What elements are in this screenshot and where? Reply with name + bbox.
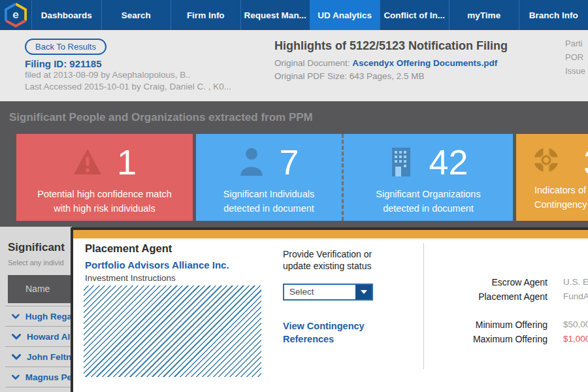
modal-title: Placement Agent xyxy=(85,242,172,255)
detail-escrow-agent: Escrow Agent U.S. E xyxy=(439,277,588,287)
building-icon xyxy=(388,147,414,177)
detail-placement-agent: Placement Agent FundA xyxy=(439,291,588,302)
tab-firm-info[interactable]: Firm Info xyxy=(171,0,240,30)
high-risk-card[interactable]: 1 Potential high confidence match with h… xyxy=(16,134,193,221)
original-document-link[interactable]: Ascendyx Offering Documents.pdf xyxy=(352,58,497,68)
app-root: e Dashboards Search Firm Info Request Ma… xyxy=(0,0,588,392)
list-item-hugh[interactable]: Hugh Rega xyxy=(5,306,72,327)
summary-title: Significant People and Organizations ext… xyxy=(9,111,313,124)
header-right-truncated: Parti POR Issue xyxy=(565,37,585,78)
organizations-card[interactable]: 42 Significant Organizations detected in… xyxy=(342,134,513,221)
name-column-header: Name xyxy=(8,275,72,303)
header-right-line2: POR xyxy=(565,50,585,64)
tab-branch-info[interactable]: Branch Info xyxy=(519,0,588,30)
modal-accent-bar xyxy=(73,230,588,238)
last-accessed-line: Last Accessed 2015-10-01 by Craig, Danie… xyxy=(25,82,231,91)
detections-card: 7 Significant Individuals detected in do… xyxy=(196,134,513,221)
tab-dashboards[interactable]: Dashboards xyxy=(31,0,101,30)
header-right-line3: Issue xyxy=(565,64,585,78)
header-right-line1: Parti xyxy=(565,37,585,50)
warning-triangle-icon xyxy=(73,148,103,176)
app-logo[interactable]: e xyxy=(0,0,31,30)
individuals-label: Significant Individuals detected in docu… xyxy=(196,188,342,216)
chevron-down-icon xyxy=(12,334,21,340)
tab-search[interactable]: Search xyxy=(101,0,171,30)
significant-people-panel: Significant Select any individ Name Hugh… xyxy=(0,227,72,392)
filing-header: Back To Results Filing ID: 921185 filed … xyxy=(0,30,588,101)
detail-maximum-offering: Maximum Offering $1,000 xyxy=(439,334,588,344)
page-title: Highlights of 5122/5123 Notification Fil… xyxy=(274,39,508,53)
view-contingency-references-link[interactable]: View Contingency References xyxy=(283,320,395,346)
detail-minimum-offering: Minimum Offering $50,00 xyxy=(439,319,588,330)
verification-prompt: Provide Verification or update existing … xyxy=(283,248,400,272)
high-risk-label: Potential high confidence match with hig… xyxy=(16,188,193,216)
contingency-count: 3 xyxy=(583,142,588,182)
high-risk-count: 1 xyxy=(117,144,137,180)
original-document-label: Original Document: xyxy=(274,58,352,68)
pdf-size-line: Original PDF Size: 643 Pages, 2.5 MB xyxy=(274,71,425,81)
list-item-john[interactable]: John Feltn xyxy=(5,347,72,367)
original-document-line: Original Document: Ascendyx Offering Doc… xyxy=(274,58,497,68)
panel-heading: Significant xyxy=(8,241,65,254)
filed-by-line: filed at 2013-08-09 by Asephalopolous, B… xyxy=(25,70,191,80)
top-nav: e Dashboards Search Firm Info Request Ma… xyxy=(0,0,588,30)
investment-instructions-label: Investment Instructions xyxy=(85,273,176,283)
organizations-count: 42 xyxy=(429,144,468,180)
filing-id: Filing ID: 921185 xyxy=(25,58,102,69)
modal-body: Placement Agent Portfolio Advisors Allia… xyxy=(73,230,588,392)
redacted-content-placeholder xyxy=(84,286,261,377)
chevron-down-icon xyxy=(12,354,21,360)
individuals-count: 7 xyxy=(279,144,299,180)
person-icon xyxy=(238,148,265,176)
tab-request-management[interactable]: Request Man... xyxy=(240,0,310,30)
back-to-results-button[interactable]: Back To Results xyxy=(25,39,106,55)
list-item-magnus[interactable]: Magnus Pe xyxy=(5,367,72,387)
status-select[interactable]: Select xyxy=(283,284,373,301)
organizations-label: Significant Organizations detected in do… xyxy=(344,188,513,216)
agent-name-link[interactable]: Portfolio Advisors Alliance Inc. xyxy=(85,259,229,270)
individuals-card[interactable]: 7 Significant Individuals detected in do… xyxy=(196,134,342,221)
tab-ud-analytics[interactable]: UD Analytics xyxy=(310,0,380,30)
contingency-label: Indicators of Contingency xyxy=(534,184,587,212)
summary-band: Significant People and Organizations ext… xyxy=(0,101,588,227)
status-select-value: Select xyxy=(284,285,355,299)
status-select-button[interactable] xyxy=(355,285,372,299)
tab-conflict-of-interest[interactable]: Conflict of In... xyxy=(380,0,449,30)
people-list: Hugh Rega Howard Al John Feltn Magnus Pe xyxy=(5,306,72,387)
chevron-down-icon xyxy=(12,314,20,319)
panel-subheading: Select any individ xyxy=(8,259,64,267)
modal-divider xyxy=(423,243,424,369)
contingency-card[interactable]: 3 Indicators of Contingency xyxy=(516,134,588,221)
chevron-down-icon xyxy=(12,374,20,380)
placement-agent-modal: Placement Agent Portfolio Advisors Allia… xyxy=(71,227,588,392)
life-ring-icon xyxy=(531,144,562,176)
tab-mytime[interactable]: myTime xyxy=(449,0,519,30)
caret-down-icon xyxy=(361,290,367,294)
logo-letter: e xyxy=(12,8,18,22)
list-item-howard[interactable]: Howard Al xyxy=(5,327,72,347)
